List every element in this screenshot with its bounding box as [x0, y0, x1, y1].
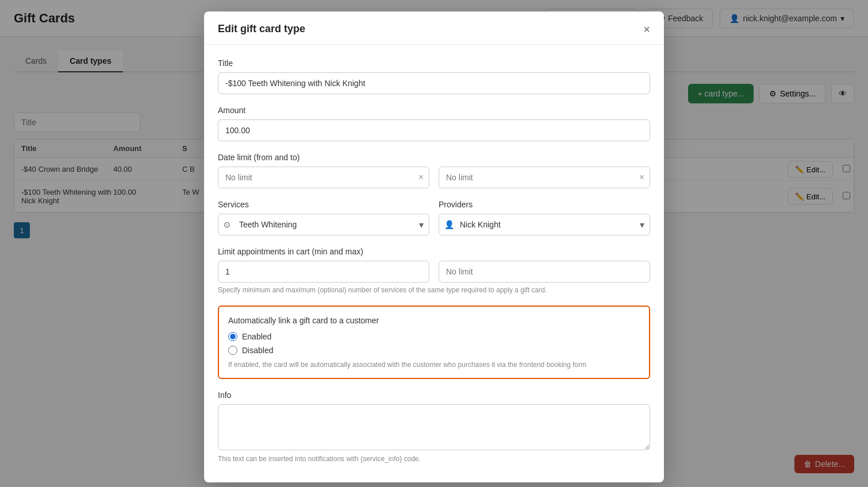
- cart-limit-label: Limit appointments in cart (min and max): [218, 247, 650, 256]
- services-label: Services: [218, 200, 429, 209]
- date-to-input[interactable]: [439, 167, 650, 188]
- date-from-clear-button[interactable]: ×: [418, 172, 424, 183]
- services-select-wrap: ⊙ Teeth Whitening ▾: [218, 214, 429, 235]
- enabled-label: Enabled: [242, 332, 271, 341]
- disabled-label: Disabled: [242, 346, 273, 355]
- title-input[interactable]: [218, 72, 650, 94]
- disabled-radio-label[interactable]: Disabled: [228, 346, 640, 355]
- auto-link-title: Automatically link a gift card to a cust…: [228, 316, 640, 325]
- date-from-input[interactable]: [218, 167, 429, 188]
- modal-overlay: Edit gift card type × Title Amount Date …: [0, 0, 868, 487]
- title-group: Title: [218, 59, 650, 94]
- cart-hint: Specify minimum and maximum (optional) n…: [218, 286, 650, 294]
- auto-link-hint: If enabled, the card will be automatical…: [228, 361, 640, 369]
- enabled-radio-label[interactable]: Enabled: [228, 332, 640, 341]
- cart-limit-row: [218, 261, 650, 283]
- modal-close-button[interactable]: ×: [643, 24, 650, 35]
- services-group: Services ⊙ Teeth Whitening ▾: [218, 200, 429, 235]
- info-hint: This text can be inserted into notificat…: [218, 455, 650, 463]
- enabled-radio[interactable]: [228, 332, 237, 341]
- providers-select-wrap: 👤 Nick Knight ▾: [439, 214, 650, 235]
- info-label: Info: [218, 391, 650, 400]
- date-to-clear-button[interactable]: ×: [639, 172, 644, 183]
- cart-min-input[interactable]: [218, 261, 429, 283]
- auto-link-radio-group: Enabled Disabled: [228, 332, 640, 355]
- cart-limit-group: Limit appointments in cart (min and max)…: [218, 247, 650, 294]
- title-label: Title: [218, 59, 650, 68]
- amount-label: Amount: [218, 106, 650, 115]
- disabled-radio[interactable]: [228, 346, 237, 355]
- info-group: Info This text can be inserted into noti…: [218, 391, 650, 463]
- date-limit-group: Date limit (from and to) × ×: [218, 153, 650, 188]
- modal-header: Edit gift card type ×: [204, 11, 664, 45]
- modal-title: Edit gift card type: [218, 23, 305, 35]
- amount-group: Amount: [218, 106, 650, 141]
- auto-link-section: Automatically link a gift card to a cust…: [218, 306, 650, 379]
- services-providers-row: Services ⊙ Teeth Whitening ▾ Providers 👤: [218, 200, 650, 235]
- cart-max-input[interactable]: [439, 261, 650, 283]
- amount-input[interactable]: [218, 119, 650, 141]
- providers-label: Providers: [439, 200, 650, 209]
- date-from-wrap: ×: [218, 167, 429, 188]
- providers-select[interactable]: Nick Knight: [439, 214, 650, 235]
- info-textarea[interactable]: [218, 404, 650, 450]
- date-limit-label: Date limit (from and to): [218, 153, 650, 162]
- date-to-wrap: ×: [439, 167, 650, 188]
- date-limit-row: × ×: [218, 167, 650, 188]
- providers-group: Providers 👤 Nick Knight ▾: [439, 200, 650, 235]
- modal-body: Title Amount Date limit (from and to) ×: [204, 45, 664, 482]
- edit-gift-card-modal: Edit gift card type × Title Amount Date …: [204, 11, 664, 482]
- services-select[interactable]: Teeth Whitening: [218, 214, 429, 235]
